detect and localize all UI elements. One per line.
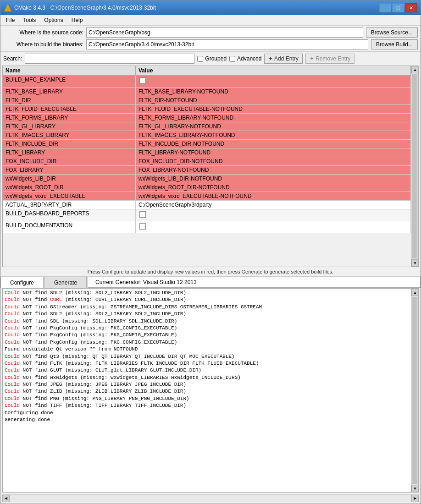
remove-entry-button[interactable]: ✦ Remove Entry — [305, 54, 355, 64]
menu-help[interactable]: Help — [68, 16, 87, 24]
search-input[interactable] — [25, 54, 194, 64]
cell-value — [136, 221, 411, 233]
browse-build-button[interactable]: Browse Build... — [371, 39, 418, 49]
cell-name: BUILD_DOCUMENTATION — [3, 221, 136, 233]
table-row[interactable]: FLTK_DIR FLTK_DIR-NOTFOUND — [3, 96, 411, 105]
scroll-up-arrow[interactable]: ▲ — [411, 66, 419, 73]
console-scrollbar[interactable]: ▲ ▼ — [411, 288, 419, 493]
console-line: Could NOT find wxWidgets (missing: wxWid… — [5, 374, 409, 381]
status-text: Press Configure to update and display ne… — [88, 269, 333, 274]
table-row[interactable]: FLTK_INCLUDE_DIR FLTK_INCLUDE_DIR-NOTFOU… — [3, 140, 411, 148]
main-window: CMake 3.4.3 - C:/OpenSceneGraph/3.4.0/ms… — [0, 0, 421, 504]
console-line: Could NOT find SDL2 (missing: SDL2_LIBRA… — [5, 311, 409, 318]
scroll-track[interactable] — [10, 495, 411, 502]
table-row[interactable]: FLTK_BASE_LIBRARY FLTK_BASE_LIBRARY-NOTF… — [3, 88, 411, 96]
console-line: Could NOT find PkgConfig (missing: PKG_C… — [5, 339, 409, 346]
menu-options[interactable]: Options — [40, 16, 66, 24]
table-scroll[interactable]: BUILD_MFC_EXAMPLE FLTK_BASE_LIBRARY FLTK… — [3, 76, 411, 267]
cell-value: FOX_INCLUDE_DIR-NOTFOUND — [136, 157, 411, 165]
scroll-thumb[interactable] — [412, 74, 417, 258]
cell-name: FLTK_DIR — [3, 96, 136, 104]
horizontal-scrollbar[interactable]: ◀ ▶ — [2, 494, 419, 502]
scroll-left-button[interactable]: ◀ — [2, 495, 10, 502]
console-area: Could NOT find SDL2 (missing: SDL2_LIBRA… — [2, 288, 411, 493]
cell-value: FLTK_DIR-NOTFOUND — [136, 96, 411, 104]
scroll-right-button[interactable]: ▶ — [411, 495, 419, 502]
table-row[interactable]: FLTK_FORMS_LIBRARY FLTK_FORMS_LIBRARY-NO… — [3, 114, 411, 122]
console-scroll[interactable]: Could NOT find SDL2 (missing: SDL2_LIBRA… — [3, 289, 411, 492]
scroll-down-arrow[interactable]: ▼ — [411, 259, 419, 267]
col-value-header: Value — [136, 66, 411, 75]
console-line: Could NOT find Qt3 (missing: QT_QT_LIBRA… — [5, 353, 409, 360]
table-row[interactable]: FLTK_IMAGES_LIBRARY FLTK_IMAGES_LIBRARY-… — [3, 131, 411, 140]
advanced-checkbox[interactable] — [229, 56, 235, 62]
status-bar: Press Configure to update and display ne… — [0, 267, 421, 276]
cell-value: wxWidgets_LIB_DIR-NOTFOUND — [136, 175, 411, 183]
menu-tools[interactable]: Tools — [19, 16, 39, 24]
col-name-header: Name — [3, 66, 136, 75]
table-row[interactable]: FLTK_LIBRARY FLTK_LIBRARY-NOTFOUND — [3, 148, 411, 157]
generator-label: Current Generator: Visual Studio 12 2013 — [95, 279, 197, 285]
table-row[interactable]: FOX_INCLUDE_DIR FOX_INCLUDE_DIR-NOTFOUND — [3, 157, 411, 166]
cell-value: FLTK_FLUID_EXECUTABLE-NOTFOUND — [136, 105, 411, 113]
grouped-checkbox-group: Grouped — [197, 55, 227, 62]
title-bar-left: CMake 3.4.3 - C:/OpenSceneGraph/3.4.0/ms… — [4, 4, 156, 11]
table-row[interactable]: wxWidgets_LIB_DIR wxWidgets_LIB_DIR-NOTF… — [3, 175, 411, 183]
menu-bar: File Tools Options Help — [0, 15, 421, 26]
console-scroll-down[interactable]: ▼ — [411, 485, 419, 492]
cell-name: FLTK_FORMS_LIBRARY — [3, 114, 136, 122]
console-line: Could NOT find FLTK (missing: FLTK_LIBRA… — [5, 360, 409, 367]
cell-value: wxWidgets_wxrc_EXECUTABLE-NOTFOUND — [136, 192, 411, 200]
cell-value: FLTK_GL_LIBRARY-NOTFOUND — [136, 122, 411, 131]
table-row[interactable]: BUILD_DOCUMENTATION — [3, 221, 411, 233]
menu-file[interactable]: File — [2, 16, 18, 24]
checkbox-value[interactable] — [139, 223, 146, 230]
search-row: Search: Grouped Advanced ✦ Add Entry ✦ R… — [0, 52, 421, 66]
cell-name: FLTK_GL_LIBRARY — [3, 122, 136, 131]
table-row[interactable]: ACTUAL_3RDPARTY_DIR C:/OpenSceneGraph/3r… — [3, 201, 411, 209]
generate-tab[interactable]: Generate — [44, 277, 87, 288]
browse-source-button[interactable]: Browse Source... — [366, 27, 418, 38]
add-entry-button[interactable]: ✦ Add Entry — [264, 54, 302, 64]
console-line: Could NOT find PkgConfig (missing: PKG_C… — [5, 332, 409, 339]
table-header: Name Value — [3, 66, 411, 76]
console-line: Could NOT find CURL (missing: CURL_LIBRA… — [5, 296, 409, 303]
console-scroll-up[interactable]: ▲ — [411, 289, 419, 296]
cell-name: wxWidgets_LIB_DIR — [3, 175, 136, 183]
table-row[interactable]: FLTK_FLUID_EXECUTABLE FLTK_FLUID_EXECUTA… — [3, 105, 411, 114]
generator-display: Current Generator: Visual Studio 12 2013 — [88, 277, 421, 288]
table-scrollbar[interactable]: ▲ ▼ — [411, 66, 419, 267]
console-line: Could NOT find JPEG (missing: JPEG_LIBRA… — [5, 381, 409, 388]
table-row[interactable]: FOX_LIBRARY FOX_LIBRARY-NOTFOUND — [3, 166, 411, 175]
grouped-label: Grouped — [205, 55, 227, 62]
build-input[interactable] — [86, 39, 368, 49]
data-table: Name Value BUILD_MFC_EXAMPLE FLTK_BASE_L… — [2, 66, 411, 267]
cell-name: FOX_INCLUDE_DIR — [3, 157, 136, 165]
configure-tab[interactable]: Configure — [0, 277, 44, 288]
console-scroll-thumb[interactable] — [412, 297, 417, 484]
console-line: Could NOT find SDL2 (missing: SDL2_LIBRA… — [5, 290, 409, 296]
grouped-checkbox[interactable] — [197, 56, 203, 62]
table-row[interactable]: wxWidgets_ROOT_DIR wxWidgets_ROOT_DIR-NO… — [3, 183, 411, 192]
console-line: Could NOT find GStreamer (missing: GSTRE… — [5, 304, 409, 311]
cell-value: FLTK_BASE_LIBRARY-NOTFOUND — [136, 88, 411, 96]
advanced-label: Advanced — [237, 55, 261, 62]
cell-name: wxWidgets_wxrc_EXECUTABLE — [3, 192, 136, 200]
console-line: Could NOT find PkgConfig (missing: PKG_C… — [5, 325, 409, 332]
maximize-button[interactable]: □ — [392, 3, 404, 12]
table-row[interactable]: BUILD_MFC_EXAMPLE — [3, 76, 411, 88]
table-row[interactable]: wxWidgets_wxrc_EXECUTABLE wxWidgets_wxrc… — [3, 192, 411, 201]
cell-value: C:/OpenSceneGraph/3rdparty — [136, 201, 411, 209]
source-input[interactable] — [86, 27, 363, 38]
minimize-button[interactable]: ─ — [379, 3, 391, 12]
cell-value: FOX_LIBRARY-NOTFOUND — [136, 166, 411, 174]
console-line: Generating done — [5, 416, 409, 423]
console-line: Configuring done — [5, 410, 409, 416]
checkbox-value[interactable] — [139, 77, 146, 84]
checkbox-value[interactable] — [139, 211, 146, 218]
console-line: Could NOT find TIFF (missing: TIFF_LIBRA… — [5, 402, 409, 409]
close-button[interactable]: ✕ — [405, 3, 417, 12]
table-row[interactable]: FLTK_GL_LIBRARY FLTK_GL_LIBRARY-NOTFOUND — [3, 122, 411, 131]
cell-value: FLTK_IMAGES_LIBRARY-NOTFOUND — [136, 131, 411, 139]
table-row[interactable]: BUILD_DASHBOARD_REPORTS — [3, 209, 411, 221]
